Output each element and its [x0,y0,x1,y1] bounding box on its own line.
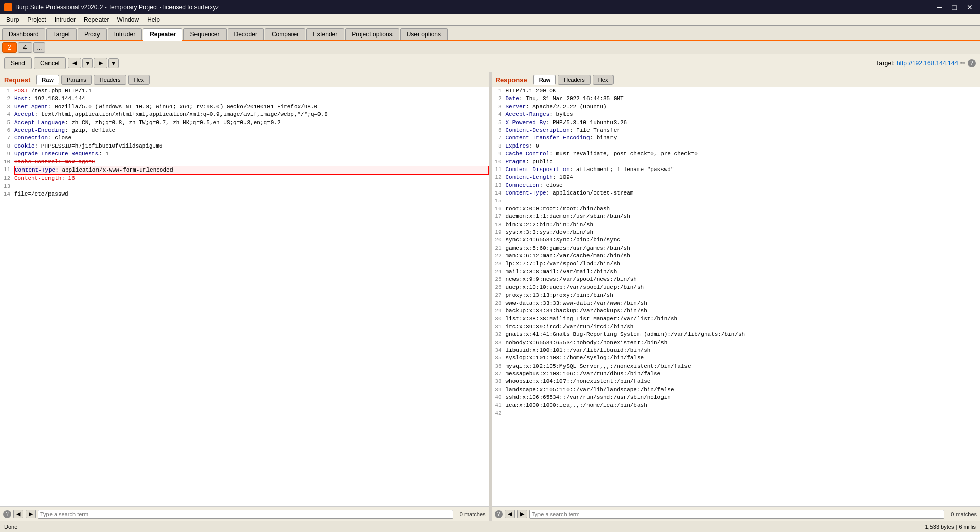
menu-project[interactable]: Project [23,15,50,25]
line-content-4: Accept: text/html,application/xhtml+xml,… [14,111,489,118]
line-number-13: 13 [0,183,14,190]
repeater-tab-more[interactable]: ... [33,42,45,53]
tab-user-options[interactable]: User options [400,28,448,40]
response-line-37: 37messagebus:x:103:106::/var/run/dbus:/b… [492,370,981,378]
response-match-count: 0 matches [946,511,977,517]
minimize-button[interactable]: ─ [934,2,945,12]
response-line-24: 24mail:x:8:8:mail:/var/mail:/bin/sh [492,268,981,276]
toolbar: Send Cancel ◀ ▼ ▶ ▼ Target: http://192.1… [0,54,980,72]
response-title: Response [496,76,527,84]
response-line-content-19: sys:x:3:3:sys:/dev:/bin/sh [506,229,981,236]
response-line-16: 16root:x:0:0:root:/root:/bin/bash [492,205,981,213]
request-line-8: 8Cookie: PHPSESSID=h7j1of1bue10fviildsap… [0,142,489,150]
tab-proxy[interactable]: Proxy [78,28,107,40]
response-line-content-10: Pragma: public [506,158,981,166]
menu-repeater[interactable]: Repeater [80,15,113,25]
line-number-2: 2 [0,95,14,103]
nav-prev-button[interactable]: ◀ [68,58,81,68]
nav-next-drop-button[interactable]: ▼ [108,58,119,68]
tab-repeater[interactable]: Repeater [143,28,182,41]
line-content-5: Accept-Language: zh-CN, zh;q=0.8, zh-TW;… [14,119,489,127]
close-button[interactable]: ✕ [964,2,976,12]
response-line-number-29: 29 [492,307,506,315]
response-line-number-18: 18 [492,221,506,229]
response-search-prev[interactable]: ◀ [505,510,515,518]
repeater-tab-4[interactable]: 4 [18,42,33,53]
send-button[interactable]: Send [4,57,32,69]
response-search-help-icon[interactable]: ? [495,510,503,518]
response-line-32: 32gnats:x:41:41:Gnats Bug-Reporting Syst… [492,331,981,338]
toolbar-left: Send Cancel ◀ ▼ ▶ ▼ [4,57,119,69]
response-line-content-18: bin:x:2:2:bin:/bin:/bin/sh [506,221,981,229]
response-tab-headers[interactable]: Headers [558,75,591,85]
edit-target-icon[interactable]: ✏ [960,59,966,67]
line-content-6: Accept-Encoding: gzip, deflate [14,127,489,134]
response-line-17: 17daemon:x:1:1:daemon:/usr/sbin:/bin/sh [492,213,981,221]
tab-target[interactable]: Target [46,28,77,40]
nav-next-button[interactable]: ▶ [94,58,107,68]
response-tab-raw[interactable]: Raw [533,75,556,85]
title-bar-left: Burp Suite Professional v2020.2 - Tempor… [4,3,219,11]
response-line-3: 3Server: Apache/2.2.22 (Ubuntu) [492,103,981,111]
line-number-10: 10 [0,158,14,166]
line-number-3: 3 [0,103,14,111]
tab-project-options[interactable]: Project options [345,28,399,40]
tab-sequencer[interactable]: Sequencer [183,28,226,40]
tab-decoder[interactable]: Decoder [228,28,264,40]
request-search-help-icon[interactable]: ? [3,510,11,518]
response-line-content-9: Cache-Control: must-revalidate, post-che… [506,150,981,158]
request-tab-headers[interactable]: Headers [94,75,127,85]
menu-intruder[interactable]: Intruder [51,15,80,25]
request-tab-params[interactable]: Params [61,75,92,85]
response-line-content-40: sshd:x:106:65534::/var/run/sshd:/usr/sbi… [506,394,981,401]
cancel-button[interactable]: Cancel [34,57,66,69]
tab-extender[interactable]: Extender [306,28,344,40]
response-line-28: 28www-data:x:33:33:www-data:/var/www:/bi… [492,300,981,307]
repeater-tab-bar: 2 4 ... [0,41,980,54]
request-search-next[interactable]: ▶ [26,510,36,518]
response-line-content-29: backup:x:34:34:backup:/var/backups:/bin/… [506,307,981,315]
menu-burp[interactable]: Burp [2,15,23,25]
response-line-2: 2Date: Thu, 31 Mar 2022 16:44:35 GMT [492,95,981,103]
status-bar: Done 1,533 bytes | 6 millis [0,521,980,532]
request-code-area[interactable]: 1POST /test.php HTTP/1.12Host: 192.168.1… [0,87,489,506]
response-line-number-16: 16 [492,205,506,213]
response-line-number-20: 20 [492,236,506,244]
request-line-13: 13 [0,183,489,190]
response-search-next[interactable]: ▶ [517,510,527,518]
line-content-13 [14,183,489,190]
menu-window[interactable]: Window [113,15,143,25]
response-line-number-15: 15 [492,197,506,205]
main-tab-bar: Dashboard Target Proxy Intruder Repeater… [0,26,980,41]
response-tab-hex[interactable]: Hex [593,75,614,85]
tab-intruder[interactable]: Intruder [108,28,142,40]
tab-dashboard[interactable]: Dashboard [2,28,45,40]
response-line-number-17: 17 [492,213,506,221]
request-tab-hex[interactable]: Hex [128,75,150,85]
response-line-content-42 [506,409,981,417]
response-line-number-9: 9 [492,150,506,158]
response-line-content-30: list:x:38:38:Mailing List Manager:/var/l… [506,315,981,323]
repeater-tab-2[interactable]: 2 [2,42,17,53]
menu-bar: Burp Project Intruder Repeater Window He… [0,14,980,26]
request-line-1: 1POST /test.php HTTP/1.1 [0,87,489,95]
tab-comparer[interactable]: Comparer [265,28,305,40]
request-search-prev[interactable]: ◀ [13,510,23,518]
help-icon-toolbar[interactable]: ? [968,59,976,67]
request-search-input[interactable] [38,510,453,519]
nav-prev-drop-button[interactable]: ▼ [82,58,93,68]
target-url[interactable]: http://192.168.144.144 [897,60,958,67]
line-content-10: Cache-Control: max-age=0 [14,158,489,166]
response-line-29: 29backup:x:34:34:backup:/var/backups:/bi… [492,307,981,315]
response-search-input[interactable] [529,510,945,519]
maximize-button[interactable]: □ [949,2,960,12]
request-tab-raw[interactable]: Raw [36,75,59,85]
request-line-12: 12Content-Length: 16 [0,175,489,182]
response-code-area[interactable]: 1HTTP/1.1 200 OK2Date: Thu, 31 Mar 2022 … [492,87,981,506]
response-line-number-12: 12 [492,174,506,181]
response-line-7: 7Content-Transfer-Encoding: binary [492,134,981,142]
response-line-34: 34libuuid:x:100:101::/var/lib/libuuid:/b… [492,347,981,354]
response-line-content-26: uucp:x:10:10:uucp:/var/spool/uucp:/bin/s… [506,284,981,292]
menu-help[interactable]: Help [143,15,164,25]
line-number-6: 6 [0,127,14,134]
